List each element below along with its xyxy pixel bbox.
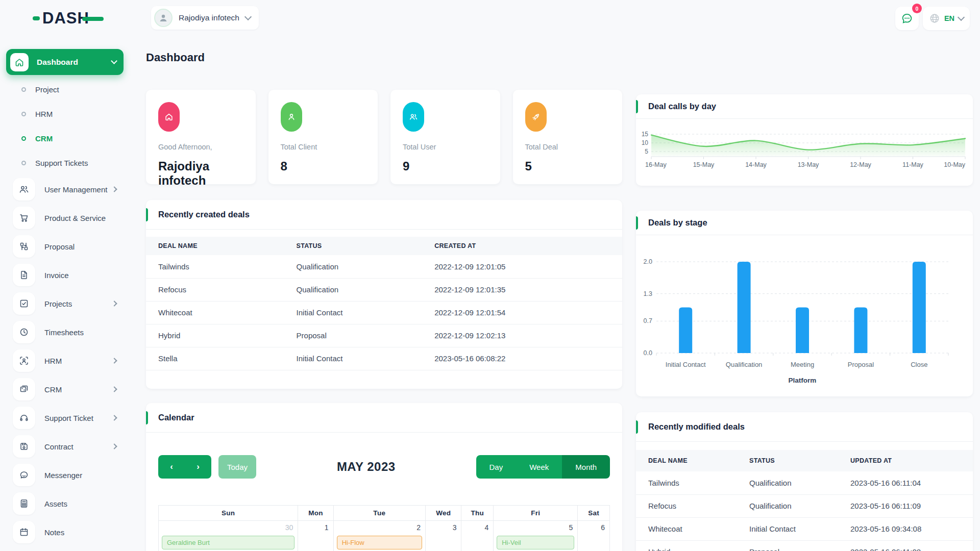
- person-icon: [158, 13, 168, 23]
- deals-by-stage-card: Deals by stage 0.00.71.32.0Initial Conta…: [636, 211, 973, 396]
- calendar-day-cell[interactable]: 3: [425, 521, 461, 551]
- svg-text:0.0: 0.0: [644, 349, 652, 357]
- sidebar-item-timesheets[interactable]: Timesheets: [6, 318, 124, 346]
- calendar-day-cell[interactable]: 30 Geraldine Burt: [159, 521, 298, 551]
- calendar-event[interactable]: Hi-Veil: [497, 536, 574, 549]
- svg-text:15-May: 15-May: [693, 161, 715, 168]
- language-selector[interactable]: EN: [923, 7, 970, 30]
- table-row: Tailwinds Qualification 2022-12-09 12:01…: [146, 255, 622, 278]
- table-header-row: DEAL NAME STATUS CREATED AT: [146, 237, 622, 255]
- calendar-event[interactable]: Hi-Flow: [337, 536, 422, 549]
- messages-button[interactable]: 0: [895, 7, 919, 30]
- bullet-icon: [21, 112, 26, 116]
- sidebar-subitem-hrm[interactable]: HRM: [6, 102, 124, 126]
- svg-text:Qualification: Qualification: [726, 361, 763, 368]
- sidebar-item-projects[interactable]: Projects: [6, 289, 124, 318]
- svg-text:2.0: 2.0: [644, 258, 652, 265]
- calendar-card: Calendar ‹ › Today MAY 2023 Day Week Mon…: [146, 403, 622, 551]
- table-row: Refocus Qualification 2022-12-09 12:01:3…: [146, 278, 622, 301]
- sidebar-subitem-crm[interactable]: CRM: [6, 126, 124, 151]
- sidebar-item-label: HRM: [44, 357, 112, 365]
- weekday-header: Sun: [159, 506, 298, 521]
- sidebar-item-label: Projects: [44, 299, 112, 308]
- column-header: STATUS: [284, 237, 423, 255]
- calendar-view-switcher: Day Week Month: [476, 455, 610, 479]
- next-button[interactable]: ›: [185, 455, 211, 479]
- sidebar-item-invoice[interactable]: Invoice: [6, 261, 124, 289]
- status-cell: Proposal: [737, 540, 838, 551]
- bullet-icon: [21, 161, 26, 165]
- sidebar-item-assets[interactable]: Assets: [6, 489, 124, 518]
- table-row: Tailwinds Qualification 2023-05-16 06:11…: [636, 471, 973, 494]
- sidebar-item-crm[interactable]: CRM: [6, 375, 124, 404]
- sidebar-subitem-project[interactable]: Project: [6, 77, 124, 102]
- person-scan-icon: [13, 349, 35, 372]
- svg-text:13-May: 13-May: [798, 161, 819, 168]
- deal-calls-area-chart: 5101516-May15-May14-May13-May12-May11-Ma…: [636, 119, 973, 186]
- calendar-event[interactable]: Geraldine Burt: [162, 536, 295, 549]
- sidebar: Dashboard Project HRM CRM Support Ticket…: [6, 49, 124, 546]
- sidebar-item-proposal[interactable]: Proposal: [6, 232, 124, 261]
- card-header: Deals by stage: [636, 211, 973, 235]
- weekday-header: Tue: [333, 506, 425, 521]
- calculator-icon: [13, 492, 35, 515]
- language-code: EN: [944, 14, 954, 22]
- card-header: Recently created deals: [146, 200, 622, 230]
- column-header: STATUS: [737, 450, 838, 471]
- svg-text:10-May: 10-May: [944, 161, 965, 168]
- stat-card-total-client: Total Client 8: [268, 90, 378, 184]
- users-icon: [403, 102, 424, 132]
- status-cell: Qualification: [284, 278, 423, 301]
- sidebar-item-label: Notes: [44, 528, 124, 537]
- sidebar-item-dashboard[interactable]: Dashboard: [6, 49, 124, 75]
- card-title: Deals by stage: [648, 218, 707, 228]
- calendar-day-cell[interactable]: 1: [298, 521, 333, 551]
- sidebar-item-label: Product & Service: [44, 214, 124, 222]
- sidebar-item-hrm[interactable]: HRM: [6, 346, 124, 375]
- sidebar-item-label: Messenger: [44, 471, 124, 480]
- svg-text:1.3: 1.3: [644, 290, 652, 297]
- sidebar-item-notes[interactable]: Notes: [6, 518, 124, 546]
- calendar-day-cell[interactable]: 4: [461, 521, 494, 551]
- today-button[interactable]: Today: [218, 455, 256, 479]
- sidebar-item-messenger[interactable]: Messenger: [6, 461, 124, 489]
- deal-name-cell: Hybrid: [636, 540, 737, 551]
- view-day-button[interactable]: Day: [476, 455, 517, 479]
- sidebar-item-support-ticket[interactable]: Support Ticket: [6, 404, 124, 432]
- sidebar-item-user-management[interactable]: User Management: [6, 175, 124, 204]
- deal-name-cell: Whitecoat: [636, 517, 737, 540]
- table-row: Hybrid Proposal 2023-05-16 06:11:08: [636, 540, 973, 551]
- created-at-cell: 2022-12-09 12:01:35: [422, 278, 622, 301]
- status-cell: Initial Contact: [737, 517, 838, 540]
- calendar-day-cell[interactable]: 6: [578, 521, 610, 551]
- sidebar-item-product-service[interactable]: Product & Service: [6, 204, 124, 232]
- sidebar-item-label: Assets: [44, 499, 124, 508]
- svg-text:Proposal: Proposal: [848, 361, 874, 368]
- card-title: Recently created deals: [158, 210, 250, 219]
- calendar-day-cell[interactable]: 5 Hi-Veil: [494, 521, 578, 551]
- stat-label: Good Afternoon,: [158, 143, 243, 151]
- company-selector[interactable]: Rajodiya infotech: [151, 6, 259, 30]
- status-cell: Proposal: [284, 324, 423, 347]
- recently-created-deals-table: DEAL NAME STATUS CREATED AT Tailwinds Qu…: [146, 237, 622, 370]
- check-square-icon: [13, 292, 35, 315]
- stat-label: Total User: [403, 143, 488, 151]
- accent-bar: [146, 208, 148, 221]
- sidebar-item-label: Invoice: [44, 271, 124, 280]
- weekday-header-row: Sun Mon Tue Wed Thu Fri Sat: [159, 506, 610, 521]
- view-month-button[interactable]: Month: [562, 455, 610, 479]
- svg-text:16-May: 16-May: [645, 161, 667, 168]
- table-header-row: DEAL NAME STATUS UPDATED AT: [636, 450, 973, 471]
- view-week-button[interactable]: Week: [516, 455, 562, 479]
- card-title: Recently modified deals: [648, 422, 745, 432]
- company-name: Rajodiya infotech: [179, 13, 239, 22]
- sidebar-item-contract[interactable]: Contract: [6, 432, 124, 461]
- column-header: DEAL NAME: [636, 450, 737, 471]
- logo-dash-right: [82, 17, 104, 21]
- calendar-day-cell[interactable]: 2 Hi-Flow: [333, 521, 425, 551]
- calendar-toolbar: ‹ › Today MAY 2023 Day Week Month: [158, 455, 610, 479]
- prev-button[interactable]: ‹: [158, 455, 185, 479]
- sidebar-subitem-support-tickets[interactable]: Support Tickets: [6, 151, 124, 175]
- user-icon: [281, 102, 302, 132]
- updated-at-cell: 2023-05-16 06:11:04: [838, 471, 973, 494]
